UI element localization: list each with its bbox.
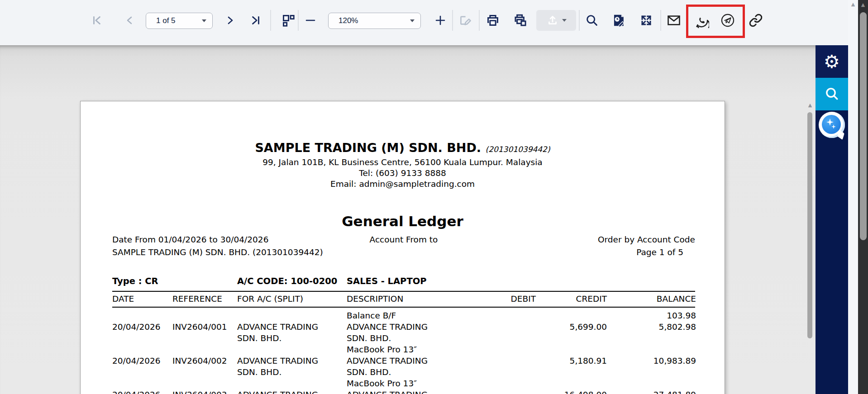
link-icon — [749, 13, 763, 28]
company-address: 99, Jalan 101B, KL Business Centre, 5610… — [81, 157, 725, 168]
email-button[interactable] — [664, 12, 683, 29]
cell-item: MacBook Pro 13″ — [347, 378, 466, 389]
email-icon — [666, 14, 682, 27]
cell-balance: 10,983.89 — [607, 355, 696, 366]
first-page-button[interactable] — [89, 13, 105, 28]
next-page-icon — [224, 15, 235, 26]
previous-page-icon — [124, 15, 135, 26]
last-page-button[interactable] — [248, 13, 263, 28]
right-sidebar: ⚙ — [816, 45, 848, 394]
document-viewport: SAMPLE TRADING (M) SDN. BHD. (2013010394… — [0, 45, 816, 394]
account-section-header: Type : CR A/C CODE: 100-0200 SALES - LAP… — [112, 275, 695, 292]
table-row: 20/04/2026 INV2604/003 ADVANCE TRADING S… — [112, 389, 695, 394]
toolbar-separator — [660, 10, 661, 31]
table-row: 20/04/2026 INV2604/001 ADVANCE TRADING S… — [112, 321, 695, 355]
fullscreen-icon — [639, 14, 653, 27]
telegram-icon — [720, 13, 735, 28]
cell-credit: 5,180.91 — [536, 355, 607, 366]
upload-icon — [546, 14, 559, 28]
table-row: Balance B/F 103.98 — [112, 310, 695, 321]
cell-for-ac: ADVANCE TRADING SDN. BHD. — [237, 355, 333, 378]
gl-table-header: DATE REFERENCE FOR A/C (SPLIT) DESCRIPTI… — [112, 292, 695, 308]
whatsapp-icon — [694, 13, 709, 28]
thumbnails-button[interactable] — [280, 12, 297, 29]
inner-scroll-up-arrow[interactable]: ▲ — [848, 2, 858, 7]
search-button[interactable] — [583, 12, 601, 29]
meta-date-range: Date From 01/04/2026 to 30/04/2026 — [112, 234, 345, 246]
zoom-select[interactable]: 120% — [328, 13, 421, 29]
gl-table-body: Balance B/F 103.98 20/04/2026 INV2604/00… — [112, 308, 695, 394]
col-description: DESCRIPTION — [347, 294, 466, 304]
page-select[interactable]: 1 of 5 — [146, 13, 213, 29]
page-select-value: 1 of 5 — [156, 16, 176, 25]
browser-scrollbar-thumb[interactable] — [860, 12, 867, 240]
chevron-down-icon — [562, 19, 567, 22]
edit-icon — [458, 14, 472, 27]
copy-link-button[interactable] — [747, 11, 765, 29]
whatsapp-button[interactable] — [692, 11, 711, 30]
cell-balance: 27,481.89 — [607, 389, 696, 394]
company-reg-no: (201301039442) — [486, 145, 550, 154]
cell-for-ac: ADVANCE TRADING SDN. BHD. — [237, 389, 333, 394]
col-debit: DEBIT — [466, 294, 536, 304]
report-page: SAMPLE TRADING (M) SDN. BHD. (2013010394… — [80, 101, 725, 394]
telegram-button[interactable] — [718, 11, 737, 30]
browser-scroll-up-arrow[interactable]: ▲ — [858, 2, 868, 7]
zoom-select-value: 120% — [339, 16, 358, 25]
inner-scrollbar-track[interactable]: ▲ — [848, 0, 858, 394]
cell-balance: 103.98 — [607, 310, 696, 321]
col-date: DATE — [112, 294, 172, 304]
gear-icon: ⚙ — [824, 52, 840, 71]
company-tel: Tel: (603) 9133 8888 — [81, 168, 725, 179]
fullscreen-button[interactable] — [638, 12, 655, 29]
toolbar-separator — [579, 10, 580, 31]
print-icon — [486, 13, 500, 28]
toolbar-separator — [452, 10, 453, 31]
zoom-in-button[interactable] — [433, 13, 448, 28]
cell-reference: INV2604/003 — [172, 389, 237, 394]
cell-item: MacBook Pro 13″ — [347, 344, 466, 355]
next-page-button[interactable] — [223, 13, 237, 28]
toolbar-separator — [298, 10, 299, 31]
company-name-line: SAMPLE TRADING (M) SDN. BHD. (2013010394… — [81, 140, 725, 157]
cell-date: 20/04/2026 — [112, 389, 172, 394]
design-report-icon — [612, 13, 626, 28]
zoom-in-icon — [435, 15, 446, 26]
print-pages-button[interactable] — [511, 11, 529, 29]
settings-button[interactable]: ⚙ — [816, 45, 848, 78]
zoom-out-button[interactable] — [303, 13, 318, 28]
cell-balance: 5,802.98 — [607, 321, 696, 332]
search-icon — [585, 14, 599, 27]
account-name: SALES - LAPTOP — [347, 275, 695, 287]
sidebar-chat-area — [816, 110, 848, 394]
meta-order-by: Order by Account Code — [462, 234, 695, 246]
report-title: General Ledger — [81, 212, 725, 230]
thumbnails-icon — [281, 14, 295, 27]
table-row: 20/04/2026 INV2604/002 ADVANCE TRADING S… — [112, 355, 695, 389]
edit-button[interactable] — [457, 12, 474, 29]
sparkles-icon — [819, 112, 845, 138]
toolbar-separator — [270, 10, 271, 31]
company-name: SAMPLE TRADING (M) SDN. BHD. — [255, 141, 481, 155]
cell-description: Balance B/F — [347, 310, 443, 321]
meta-company-line: SAMPLE TRADING (M) SDN. BHD. (2013010394… — [112, 247, 323, 258]
print-button[interactable] — [484, 11, 502, 29]
first-page-icon — [91, 14, 103, 26]
ai-assistant-button[interactable] — [819, 112, 845, 138]
meta-account-from: Account From to — [345, 234, 462, 246]
account-code: A/C CODE: 100-0200 — [237, 275, 347, 287]
cell-for-ac: ADVANCE TRADING SDN. BHD. — [237, 321, 333, 344]
last-page-icon — [250, 14, 262, 26]
chevron-down-icon — [202, 19, 206, 22]
doc-scroll-up-arrow[interactable]: ▲ — [805, 102, 815, 108]
design-report-button[interactable] — [610, 11, 628, 29]
previous-page-button[interactable] — [123, 13, 137, 28]
report-company-header: SAMPLE TRADING (M) SDN. BHD. (2013010394… — [81, 101, 725, 190]
report-meta: Date From 01/04/2026 to 30/04/2026 Accou… — [112, 234, 695, 258]
col-credit: CREDIT — [536, 294, 607, 304]
report-viewer-toolbar: 1 of 5 120% — [0, 0, 848, 45]
cell-reference: INV2604/001 — [172, 321, 237, 332]
doc-scrollbar-thumb[interactable] — [807, 112, 812, 338]
export-upload-button[interactable] — [536, 10, 576, 31]
sidebar-search-button[interactable] — [816, 78, 848, 110]
